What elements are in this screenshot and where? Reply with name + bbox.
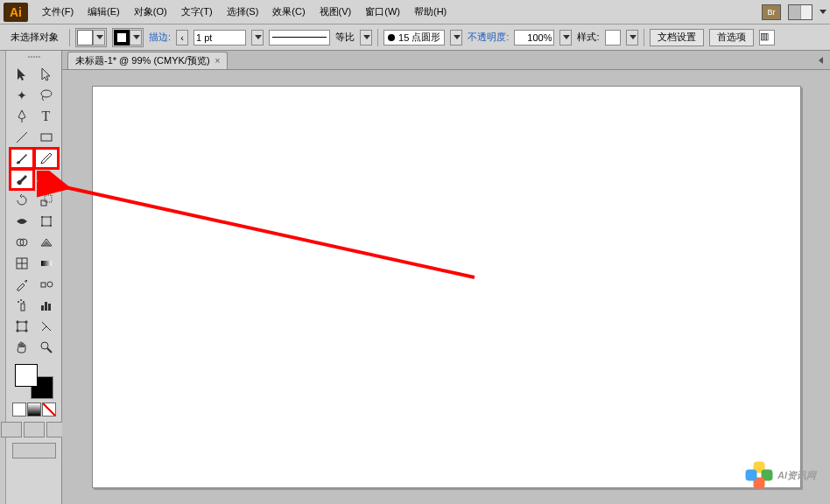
style-dropdown[interactable] (626, 30, 638, 46)
profile-dropdown[interactable] (360, 30, 372, 46)
slice-tool[interactable] (35, 317, 58, 336)
hand-tool[interactable] (11, 338, 33, 357)
scale-tool[interactable] (35, 191, 58, 210)
symbol-sprayer-tool[interactable] (11, 296, 33, 315)
stroke-swatch[interactable] (112, 28, 144, 47)
menu-effect[interactable]: 效果(C) (265, 2, 312, 22)
perspective-grid-tool[interactable] (35, 233, 58, 252)
screen-mode-button[interactable] (12, 443, 56, 458)
draw-mode-row (1, 422, 67, 438)
shape-builder-tool[interactable] (11, 233, 33, 252)
document-setup-button[interactable]: 文档设置 (650, 29, 704, 46)
stroke-stepper-down[interactable]: ‹ (176, 30, 188, 46)
brush-dot-icon (388, 34, 395, 41)
align-panel-button[interactable]: ▥ (759, 30, 775, 46)
opacity-label: 不透明度: (468, 31, 509, 44)
draw-behind-button[interactable] (24, 422, 45, 438)
rotate-tool[interactable] (11, 191, 33, 210)
fill-gradient-button[interactable] (27, 402, 41, 416)
uniform-label: 等比 (335, 31, 355, 44)
document-area: 未标题-1* @ 99% (CMYK/预览) × (62, 51, 830, 504)
brush-definition[interactable]: 15 点圆形 (383, 30, 445, 46)
paintbrush-tool[interactable] (11, 149, 33, 168)
artboard[interactable] (92, 86, 801, 488)
menu-bar: Ai 文件(F) 编辑(E) 对象(O) 文字(T) 选择(S) 效果(C) 视… (0, 0, 830, 24)
selection-tool[interactable] (11, 65, 33, 84)
blend-tool[interactable] (35, 275, 58, 294)
menu-text[interactable]: 文字(T) (174, 2, 220, 22)
opacity-field[interactable] (514, 30, 554, 46)
line-segment-tool[interactable] (11, 128, 33, 147)
svg-point-8 (41, 225, 43, 227)
variable-width-profile[interactable] (269, 30, 330, 46)
workspace: ✦ T 未标题-1* @ 99% (CMYK/预览) (0, 51, 830, 504)
svg-line-1 (17, 132, 27, 143)
lasso-tool[interactable] (35, 86, 58, 105)
svg-rect-24 (48, 304, 51, 311)
menu-edit[interactable]: 编辑(E) (81, 2, 127, 22)
menu-view[interactable]: 视图(V) (313, 2, 359, 22)
fill-stroke-swatches[interactable] (15, 364, 53, 399)
collapse-panels-icon[interactable] (814, 54, 826, 66)
bridge-button[interactable]: Br (762, 4, 781, 20)
free-transform-tool[interactable] (35, 212, 58, 231)
magic-wand-tool[interactable]: ✦ (11, 86, 33, 105)
watermark-flower-icon (746, 462, 772, 488)
svg-rect-5 (42, 217, 51, 226)
stroke-weight-field[interactable]: 1 pt (193, 30, 246, 46)
mesh-tool[interactable] (11, 254, 33, 273)
fill-none-button[interactable] (42, 402, 56, 416)
direct-selection-tool[interactable] (35, 65, 58, 84)
blob-brush-tool[interactable] (11, 170, 33, 189)
svg-rect-18 (21, 304, 25, 311)
tools-panel: ✦ T (6, 51, 62, 504)
artboard-tool[interactable] (11, 317, 33, 336)
svg-rect-15 (41, 261, 52, 266)
menu-file[interactable]: 文件(F) (35, 2, 81, 22)
type-tool[interactable]: T (35, 107, 58, 126)
watermark-text: AI资讯网 (777, 469, 816, 482)
stroke-dropdown[interactable] (251, 30, 264, 46)
opacity-dropdown[interactable] (559, 30, 572, 46)
preferences-button[interactable]: 首选项 (709, 29, 754, 46)
pencil-tool[interactable] (35, 149, 58, 168)
control-bar: 未选择对象 描边: ‹ 1 pt 等比 15 点圆形 不透明度: 样式: 文档设… (0, 24, 830, 51)
fill-swatch[interactable] (75, 28, 107, 47)
svg-rect-3 (41, 200, 46, 206)
arrange-documents-button[interactable] (788, 4, 812, 20)
rectangle-tool[interactable] (35, 128, 58, 147)
width-tool[interactable] (11, 212, 33, 231)
draw-normal-button[interactable] (1, 422, 22, 438)
eraser-tool[interactable] (35, 170, 58, 189)
selection-status: 未选择对象 (5, 29, 64, 46)
eyedropper-tool[interactable] (11, 275, 33, 294)
svg-point-0 (41, 90, 52, 97)
svg-point-21 (23, 301, 25, 303)
screen-mode-row (12, 443, 56, 458)
panel-grip[interactable] (18, 56, 50, 61)
fill-color-button[interactable] (12, 402, 26, 416)
dropdown-icon (819, 10, 826, 14)
pen-tool[interactable] (11, 107, 33, 126)
brush-dropdown[interactable] (450, 30, 462, 46)
svg-line-27 (47, 348, 52, 353)
stroke-label: 描边: (149, 31, 171, 44)
graphic-style-swatch[interactable] (605, 30, 621, 46)
tab-close-icon[interactable]: × (215, 56, 221, 66)
svg-point-19 (18, 301, 19, 303)
column-graph-tool[interactable] (35, 296, 58, 315)
menu-help[interactable]: 帮助(H) (407, 2, 454, 22)
svg-point-17 (47, 282, 53, 287)
svg-rect-4 (45, 195, 52, 202)
tab-title: 未标题-1* @ 99% (CMYK/预览) (75, 54, 210, 67)
svg-point-26 (41, 342, 48, 349)
zoom-tool[interactable] (35, 338, 58, 357)
document-tab[interactable]: 未标题-1* @ 99% (CMYK/预览) × (67, 52, 228, 69)
menu-select[interactable]: 选择(S) (220, 2, 266, 22)
document-tab-strip: 未标题-1* @ 99% (CMYK/预览) × (62, 51, 830, 70)
menu-window[interactable]: 窗口(W) (358, 2, 407, 22)
brush-name: 点圆形 (411, 31, 440, 44)
menu-object[interactable]: 对象(O) (127, 2, 174, 22)
gradient-tool[interactable] (35, 254, 58, 273)
canvas-viewport[interactable] (62, 70, 830, 504)
